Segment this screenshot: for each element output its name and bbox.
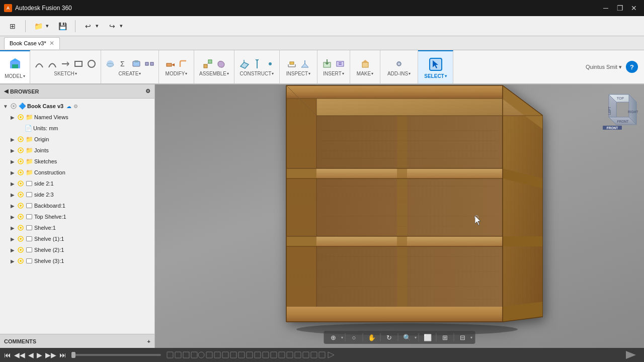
last-keyframe-button[interactable]: ⏭ [59, 351, 66, 359]
tree-root[interactable]: ▼ 🔷 Book Case v3 ☁ ⚙ [0, 101, 154, 112]
create-pattern-icon[interactable] [143, 58, 155, 70]
close-button[interactable]: ✕ [628, 2, 640, 14]
svg-rect-18 [208, 60, 212, 63]
tree-named-views[interactable]: ▶ 📁 Named Views [0, 112, 154, 123]
ribbon-section-inspect[interactable]: INSPECT ▾ [280, 50, 317, 83]
viewcube[interactable]: TOP LEFT RIGHT FRONT FRONT [599, 89, 639, 130]
grid-button[interactable]: ⊞ [4, 20, 21, 33]
browser-header: ◀ BROWSER ⚙ [0, 84, 154, 99]
rotate-button[interactable]: ↻ [383, 332, 396, 343]
active-tab[interactable]: Book Case v3* ✕ [4, 37, 60, 49]
assemble-icon1[interactable] [202, 58, 214, 70]
first-keyframe-button[interactable]: ⏮ [4, 351, 11, 359]
help-button[interactable]: ? [626, 61, 638, 73]
ribbon-section-sketch[interactable]: SKETCH ▾ [30, 50, 101, 83]
svg-rect-35 [337, 61, 344, 66]
ribbon-section-modify[interactable]: MODIFY ▾ [159, 50, 194, 83]
make-icon[interactable] [359, 58, 371, 70]
zoom-caret[interactable]: ▾ [415, 335, 417, 340]
prev-button[interactable]: ◀ [28, 351, 34, 359]
display-style-button[interactable]: ⬜ [421, 332, 434, 343]
vp-sep6 [436, 333, 437, 341]
browser-collapse-icon[interactable]: ◀ [4, 88, 8, 95]
ribbon: MODEL ▾ SKETCH ▾ [0, 50, 644, 84]
play-button[interactable]: ▶ [37, 351, 42, 359]
root-vis [10, 103, 17, 110]
tree-origin[interactable]: ▶ 📁 Origin [0, 134, 154, 145]
ribbon-section-model[interactable]: MODEL ▾ [0, 50, 30, 83]
next-button[interactable]: ▶▶ [45, 351, 56, 359]
anim-right-play[interactable] [622, 348, 640, 362]
orbit-button[interactable]: ○ [348, 332, 361, 343]
comments-add-icon[interactable]: + [147, 338, 150, 344]
construct-axis-icon[interactable] [251, 58, 263, 70]
undo-button[interactable]: ↩ ▾ [79, 20, 102, 33]
tree-side21[interactable]: ▶ side 2:1 [0, 178, 154, 189]
zoom-button[interactable]: 🔍 [400, 332, 414, 343]
timeline-track[interactable] [71, 354, 161, 356]
sketch-line-icon[interactable] [59, 58, 71, 70]
insert-icon2[interactable] [334, 58, 346, 70]
tree-backboard1[interactable]: ▶ Backboard:1 [0, 200, 154, 211]
ribbon-section-create[interactable]: Σ CREATE ▾ [101, 50, 159, 83]
browser-title: BROWSER [10, 88, 39, 95]
construct-plane-icon[interactable] [238, 58, 250, 70]
tree-sketches[interactable]: ▶ 📁 Sketches [0, 156, 154, 167]
construct-point-icon[interactable] [264, 58, 276, 70]
create-sum-icon[interactable]: Σ [117, 58, 129, 70]
modify-fillet-icon[interactable] [177, 58, 189, 70]
tree-shelve1[interactable]: ▶ Shelve:1 [0, 222, 154, 233]
grid-display-button[interactable]: ⊞ [439, 332, 452, 343]
prev-frame-button[interactable]: ◀◀ [14, 351, 25, 359]
svg-rect-156 [295, 352, 301, 358]
tree-shelve31[interactable]: ▶ Shelve (3):1 [0, 255, 154, 266]
browser-settings-icon[interactable]: ⚙ [145, 88, 150, 95]
svg-text:FRONT: FRONT [617, 120, 628, 123]
inspect-section-icon[interactable] [299, 58, 311, 70]
insert-icon1[interactable] [321, 58, 333, 70]
tree-shelve11[interactable]: ▶ Shelve (1):1 [0, 233, 154, 244]
sketch-arc2-icon[interactable] [46, 58, 58, 70]
viewport[interactable]: TOP LEFT RIGHT FRONT FRONT ⊕ [155, 84, 644, 348]
snap-grid-caret[interactable]: ▾ [470, 335, 472, 340]
snap-button[interactable]: ⊕ [327, 332, 340, 343]
inspect-measure-icon[interactable] [286, 58, 298, 70]
restore-button[interactable]: ❐ [614, 2, 626, 14]
create-component-icon[interactable] [130, 58, 142, 70]
ribbon-section-make[interactable]: MAKE ▾ [350, 50, 380, 83]
addins-gear-icon[interactable] [393, 58, 405, 70]
modify-push-icon[interactable] [164, 58, 176, 70]
svg-rect-14 [150, 62, 153, 65]
assemble-icon2[interactable] [215, 58, 227, 70]
ribbon-section-select[interactable]: SELECT ▾ [418, 50, 453, 83]
select-label: SELECT ▾ [424, 73, 446, 79]
sketch-rect-icon[interactable] [72, 58, 85, 70]
save-button[interactable]: 💾 [54, 20, 71, 33]
create-sphere-icon[interactable] [104, 58, 116, 70]
comments-label: COMMENTS [4, 338, 36, 344]
tab-close-icon[interactable]: ✕ [49, 40, 54, 47]
ribbon-section-construct[interactable]: CONSTRUCT ▾ [234, 50, 280, 83]
ribbon-section-assemble[interactable]: ASSEMBLE ▾ [194, 50, 234, 83]
snap-grid-button[interactable]: ⊟ [456, 332, 469, 343]
tree-shelve21[interactable]: ▶ Shelve (2):1 [0, 244, 154, 255]
sketch-icons [33, 58, 98, 70]
sketch-circle-icon[interactable] [86, 58, 98, 70]
ribbon-section-insert[interactable]: INSERT ▾ [317, 50, 350, 83]
tree-construction[interactable]: ▶ 📁 Construction [0, 167, 154, 178]
sketch-arc-icon[interactable] [33, 58, 45, 70]
tab-label: Book Case v3* [10, 40, 46, 46]
tree-topshelve1[interactable]: ▶ Top Shelve:1 [0, 211, 154, 222]
tree-joints[interactable]: ▶ 📁 Joints [0, 145, 154, 156]
comments-panel[interactable]: COMMENTS + [0, 334, 154, 348]
snap-caret[interactable]: ▾ [341, 335, 343, 340]
pan-button[interactable]: ✋ [365, 332, 378, 343]
tree-units[interactable]: 📄 Units: mm [0, 123, 154, 134]
minimize-button[interactable]: ─ [600, 2, 612, 14]
vp-sep1 [345, 333, 346, 341]
file-button[interactable]: 📁 ▾ [30, 20, 52, 33]
timeline-handle[interactable] [71, 352, 75, 358]
tree-side23[interactable]: ▶ side 2:3 [0, 189, 154, 200]
ribbon-section-addins[interactable]: ADD-INS ▾ [380, 50, 418, 83]
redo-button[interactable]: ↪ ▾ [104, 20, 126, 33]
